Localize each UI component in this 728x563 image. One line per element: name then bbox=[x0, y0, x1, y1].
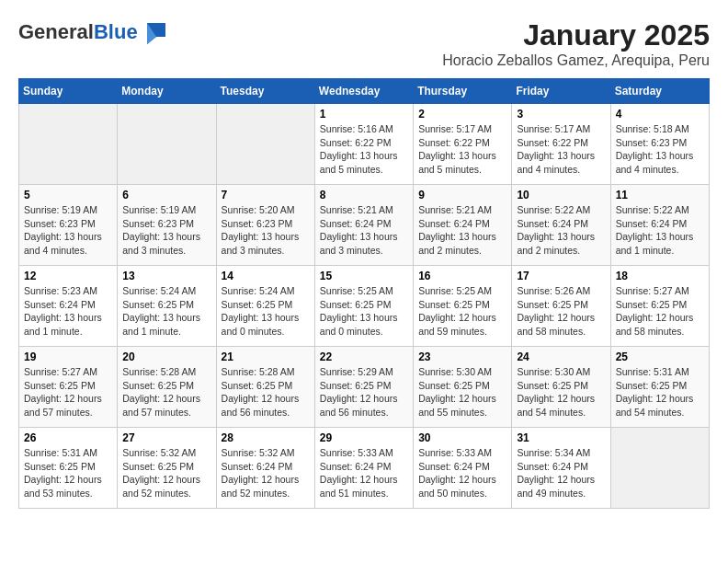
day-info: Sunrise: 5:24 AM Sunset: 6:25 PM Dayligh… bbox=[122, 284, 210, 339]
day-info: Sunrise: 5:19 AM Sunset: 6:23 PM Dayligh… bbox=[24, 203, 112, 258]
calendar-cell: 4Sunrise: 5:18 AM Sunset: 6:23 PM Daylig… bbox=[610, 104, 709, 185]
day-number: 2 bbox=[418, 108, 506, 121]
day-number: 12 bbox=[24, 270, 112, 282]
day-number: 20 bbox=[122, 350, 210, 363]
calendar-cell: 27Sunrise: 5:32 AM Sunset: 6:25 PM Dayli… bbox=[118, 428, 216, 509]
weekday-header: Monday bbox=[118, 79, 216, 104]
day-info: Sunrise: 5:30 AM Sunset: 6:25 PM Dayligh… bbox=[418, 365, 506, 419]
day-number: 17 bbox=[517, 270, 605, 282]
day-number: 8 bbox=[320, 189, 408, 201]
day-info: Sunrise: 5:17 AM Sunset: 6:22 PM Dayligh… bbox=[517, 122, 605, 177]
logo-text: GeneralBlue bbox=[18, 21, 138, 43]
calendar-cell bbox=[19, 104, 118, 185]
calendar-cell: 28Sunrise: 5:32 AM Sunset: 6:24 PM Dayli… bbox=[216, 428, 314, 509]
calendar-cell: 10Sunrise: 5:22 AM Sunset: 6:24 PM Dayli… bbox=[512, 185, 610, 266]
calendar-cell: 31Sunrise: 5:34 AM Sunset: 6:24 PM Dayli… bbox=[512, 428, 610, 509]
calendar-cell: 18Sunrise: 5:27 AM Sunset: 6:25 PM Dayli… bbox=[610, 266, 709, 347]
calendar-cell: 29Sunrise: 5:33 AM Sunset: 6:24 PM Dayli… bbox=[314, 428, 413, 509]
calendar-cell: 12Sunrise: 5:23 AM Sunset: 6:24 PM Dayli… bbox=[19, 266, 118, 347]
calendar-cell: 19Sunrise: 5:27 AM Sunset: 6:25 PM Dayli… bbox=[19, 347, 118, 428]
day-number: 22 bbox=[320, 350, 408, 363]
calendar-title: January 2025 bbox=[442, 18, 710, 52]
day-info: Sunrise: 5:23 AM Sunset: 6:24 PM Dayligh… bbox=[24, 284, 112, 339]
day-info: Sunrise: 5:27 AM Sunset: 6:25 PM Dayligh… bbox=[616, 284, 704, 339]
weekday-header: Thursday bbox=[414, 79, 512, 104]
day-info: Sunrise: 5:31 AM Sunset: 6:25 PM Dayligh… bbox=[616, 365, 704, 419]
day-number: 30 bbox=[418, 431, 506, 444]
day-number: 27 bbox=[122, 431, 210, 444]
day-number: 3 bbox=[517, 108, 605, 121]
day-number: 28 bbox=[222, 431, 310, 444]
calendar-cell: 21Sunrise: 5:28 AM Sunset: 6:25 PM Dayli… bbox=[216, 347, 314, 428]
calendar-cell: 1Sunrise: 5:16 AM Sunset: 6:22 PM Daylig… bbox=[314, 104, 413, 185]
calendar-table: SundayMondayTuesdayWednesdayThursdayFrid… bbox=[18, 78, 710, 509]
calendar-cell bbox=[118, 104, 216, 185]
weekday-header-row: SundayMondayTuesdayWednesdayThursdayFrid… bbox=[19, 79, 710, 104]
calendar-week-row: 19Sunrise: 5:27 AM Sunset: 6:25 PM Dayli… bbox=[19, 347, 710, 428]
day-info: Sunrise: 5:20 AM Sunset: 6:23 PM Dayligh… bbox=[222, 203, 310, 258]
calendar-week-row: 1Sunrise: 5:16 AM Sunset: 6:22 PM Daylig… bbox=[19, 104, 710, 185]
day-number: 23 bbox=[418, 350, 506, 363]
calendar-cell: 9Sunrise: 5:21 AM Sunset: 6:24 PM Daylig… bbox=[414, 185, 512, 266]
day-info: Sunrise: 5:25 AM Sunset: 6:25 PM Dayligh… bbox=[418, 284, 506, 339]
day-number: 5 bbox=[24, 189, 112, 201]
day-info: Sunrise: 5:17 AM Sunset: 6:22 PM Dayligh… bbox=[418, 122, 506, 177]
day-info: Sunrise: 5:33 AM Sunset: 6:24 PM Dayligh… bbox=[418, 446, 506, 500]
day-number: 31 bbox=[517, 431, 605, 444]
day-info: Sunrise: 5:29 AM Sunset: 6:25 PM Dayligh… bbox=[320, 365, 408, 419]
calendar-cell: 22Sunrise: 5:29 AM Sunset: 6:25 PM Dayli… bbox=[314, 347, 413, 428]
calendar-cell: 13Sunrise: 5:24 AM Sunset: 6:25 PM Dayli… bbox=[118, 266, 216, 347]
calendar-cell: 17Sunrise: 5:26 AM Sunset: 6:25 PM Dayli… bbox=[512, 266, 610, 347]
day-info: Sunrise: 5:33 AM Sunset: 6:24 PM Dayligh… bbox=[320, 446, 408, 500]
day-number: 4 bbox=[616, 108, 704, 121]
calendar-week-row: 26Sunrise: 5:31 AM Sunset: 6:25 PM Dayli… bbox=[19, 428, 710, 509]
weekday-header: Saturday bbox=[610, 79, 709, 104]
day-number: 24 bbox=[517, 350, 605, 363]
calendar-week-row: 12Sunrise: 5:23 AM Sunset: 6:24 PM Dayli… bbox=[19, 266, 710, 347]
day-number: 13 bbox=[122, 270, 210, 282]
day-number: 16 bbox=[418, 270, 506, 282]
calendar-cell: 11Sunrise: 5:22 AM Sunset: 6:24 PM Dayli… bbox=[610, 185, 709, 266]
day-info: Sunrise: 5:21 AM Sunset: 6:24 PM Dayligh… bbox=[418, 203, 506, 258]
day-info: Sunrise: 5:30 AM Sunset: 6:25 PM Dayligh… bbox=[517, 365, 605, 419]
calendar-cell: 14Sunrise: 5:24 AM Sunset: 6:25 PM Dayli… bbox=[216, 266, 314, 347]
day-info: Sunrise: 5:31 AM Sunset: 6:25 PM Dayligh… bbox=[24, 446, 112, 500]
weekday-header: Tuesday bbox=[216, 79, 314, 104]
day-number: 6 bbox=[122, 189, 210, 201]
calendar-week-row: 5Sunrise: 5:19 AM Sunset: 6:23 PM Daylig… bbox=[19, 185, 710, 266]
day-info: Sunrise: 5:16 AM Sunset: 6:22 PM Dayligh… bbox=[320, 122, 408, 177]
calendar-cell: 24Sunrise: 5:30 AM Sunset: 6:25 PM Dayli… bbox=[512, 347, 610, 428]
day-info: Sunrise: 5:18 AM Sunset: 6:23 PM Dayligh… bbox=[616, 122, 704, 177]
day-number: 14 bbox=[222, 270, 310, 282]
weekday-header: Friday bbox=[512, 79, 610, 104]
day-info: Sunrise: 5:19 AM Sunset: 6:23 PM Dayligh… bbox=[122, 203, 210, 258]
calendar-cell: 25Sunrise: 5:31 AM Sunset: 6:25 PM Dayli… bbox=[610, 347, 709, 428]
weekday-header: Sunday bbox=[19, 79, 118, 104]
calendar-cell: 20Sunrise: 5:28 AM Sunset: 6:25 PM Dayli… bbox=[118, 347, 216, 428]
day-info: Sunrise: 5:22 AM Sunset: 6:24 PM Dayligh… bbox=[616, 203, 704, 258]
calendar-cell: 5Sunrise: 5:19 AM Sunset: 6:23 PM Daylig… bbox=[19, 185, 118, 266]
logo: GeneralBlue bbox=[18, 18, 167, 46]
day-info: Sunrise: 5:28 AM Sunset: 6:25 PM Dayligh… bbox=[222, 365, 310, 419]
day-number: 26 bbox=[24, 431, 112, 444]
day-info: Sunrise: 5:21 AM Sunset: 6:24 PM Dayligh… bbox=[320, 203, 408, 258]
calendar-cell: 16Sunrise: 5:25 AM Sunset: 6:25 PM Dayli… bbox=[414, 266, 512, 347]
day-info: Sunrise: 5:32 AM Sunset: 6:25 PM Dayligh… bbox=[122, 446, 210, 500]
day-number: 19 bbox=[24, 350, 112, 363]
day-number: 9 bbox=[418, 189, 506, 201]
day-info: Sunrise: 5:22 AM Sunset: 6:24 PM Dayligh… bbox=[517, 203, 605, 258]
day-info: Sunrise: 5:24 AM Sunset: 6:25 PM Dayligh… bbox=[222, 284, 310, 339]
day-info: Sunrise: 5:26 AM Sunset: 6:25 PM Dayligh… bbox=[517, 284, 605, 339]
calendar-cell: 6Sunrise: 5:19 AM Sunset: 6:23 PM Daylig… bbox=[118, 185, 216, 266]
calendar-cell: 2Sunrise: 5:17 AM Sunset: 6:22 PM Daylig… bbox=[414, 104, 512, 185]
day-number: 10 bbox=[517, 189, 605, 201]
day-info: Sunrise: 5:25 AM Sunset: 6:25 PM Dayligh… bbox=[320, 284, 408, 339]
calendar-cell: 23Sunrise: 5:30 AM Sunset: 6:25 PM Dayli… bbox=[414, 347, 512, 428]
calendar-cell: 26Sunrise: 5:31 AM Sunset: 6:25 PM Dayli… bbox=[19, 428, 118, 509]
calendar-cell: 30Sunrise: 5:33 AM Sunset: 6:24 PM Dayli… bbox=[414, 428, 512, 509]
calendar-cell: 7Sunrise: 5:20 AM Sunset: 6:23 PM Daylig… bbox=[216, 185, 314, 266]
calendar-cell bbox=[610, 428, 709, 509]
day-info: Sunrise: 5:28 AM Sunset: 6:25 PM Dayligh… bbox=[122, 365, 210, 419]
calendar-cell: 15Sunrise: 5:25 AM Sunset: 6:25 PM Dayli… bbox=[314, 266, 413, 347]
weekday-header: Wednesday bbox=[314, 79, 413, 104]
